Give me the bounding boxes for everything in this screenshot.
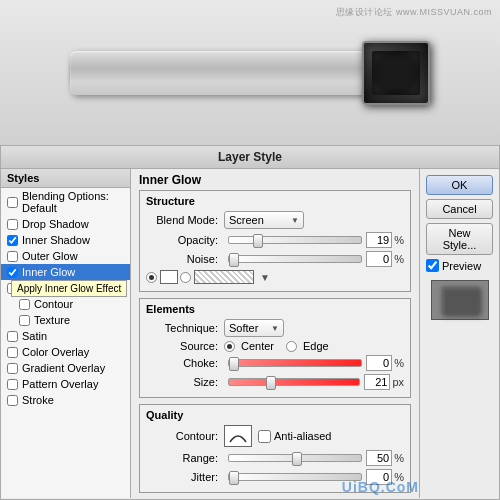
style-item-inner-glow[interactable]: Inner Glow Apply Inner Glow Effect — [1, 264, 130, 280]
anti-alias-checkbox[interactable] — [258, 430, 271, 443]
range-input[interactable] — [366, 450, 392, 466]
color-radio[interactable] — [146, 272, 157, 283]
preview-label: Preview — [442, 260, 481, 272]
opacity-label: Opacity: — [146, 234, 218, 246]
style-item-inner-shadow[interactable]: Inner Shadow — [1, 232, 130, 248]
inner-glow-title: Inner Glow — [139, 173, 411, 187]
contour-checkbox[interactable] — [19, 299, 30, 310]
source-center-label: Center — [241, 340, 274, 352]
range-unit: % — [394, 452, 404, 464]
noise-control: % — [224, 251, 404, 267]
watermark: 思缘设计论坛 www.MISSVUAN.com — [336, 6, 492, 19]
style-item-pattern-overlay[interactable]: Pattern Overlay — [1, 376, 130, 392]
pattern-overlay-label: Pattern Overlay — [22, 378, 98, 390]
style-item-gradient-overlay[interactable]: Gradient Overlay — [1, 360, 130, 376]
blend-mode-dropdown[interactable]: Screen ▼ — [224, 211, 304, 229]
cancel-button[interactable]: Cancel — [426, 199, 493, 219]
preview-checkbox[interactable] — [426, 259, 439, 272]
jitter-slider-thumb[interactable] — [229, 471, 239, 485]
style-item-blending[interactable]: Blending Options: Default — [1, 188, 130, 216]
noise-row: Noise: % — [146, 251, 404, 267]
gradient-swatch[interactable] — [194, 270, 254, 284]
style-item-outer-glow[interactable]: Outer Glow — [1, 248, 130, 264]
gradient-dropdown-arrow: ▼ — [260, 272, 270, 283]
style-item-texture[interactable]: Texture — [1, 312, 130, 328]
range-slider-thumb[interactable] — [292, 452, 302, 466]
source-edge-radio[interactable] — [286, 341, 297, 352]
inner-shadow-checkbox[interactable] — [7, 235, 18, 246]
noise-slider-thumb[interactable] — [229, 253, 239, 267]
source-edge-option[interactable]: Edge — [286, 340, 329, 352]
quality-contour-label: Contour: — [146, 430, 218, 442]
source-row: Source: Center Edge — [146, 340, 404, 352]
preview-inner — [441, 286, 479, 314]
opacity-unit: % — [394, 234, 404, 246]
style-item-color-overlay[interactable]: Color Overlay — [1, 344, 130, 360]
range-control: % — [224, 450, 404, 466]
gradient-overlay-checkbox[interactable] — [7, 363, 18, 374]
satin-label: Satin — [22, 330, 47, 342]
style-item-stroke[interactable]: Stroke — [1, 392, 130, 408]
size-label: Size: — [146, 376, 218, 388]
stroke-checkbox[interactable] — [7, 395, 18, 406]
noise-slider-track[interactable] — [228, 255, 362, 263]
styles-panel: Styles Blending Options: Default Drop Sh… — [1, 169, 131, 498]
choke-slider-track[interactable] — [228, 359, 362, 367]
size-slider-thumb[interactable] — [266, 376, 276, 390]
inner-glow-checkbox[interactable] — [7, 267, 18, 278]
size-slider-track[interactable] — [228, 378, 360, 386]
blending-checkbox[interactable] — [7, 197, 18, 208]
outer-glow-checkbox[interactable] — [7, 251, 18, 262]
choke-input[interactable] — [366, 355, 392, 371]
blend-mode-label: Blend Mode: — [146, 214, 218, 226]
opacity-slider-track[interactable] — [228, 236, 362, 244]
outer-glow-label: Outer Glow — [22, 250, 78, 262]
inner-glow-tooltip: Apply Inner Glow Effect — [11, 280, 127, 297]
color-overlay-checkbox[interactable] — [7, 347, 18, 358]
image-area: 思缘设计论坛 www.MISSVUAN.com — [0, 0, 500, 145]
pattern-overlay-checkbox[interactable] — [7, 379, 18, 390]
anti-alias-label: Anti-aliased — [274, 430, 331, 442]
elements-title: Elements — [146, 303, 404, 315]
tool-lens — [362, 41, 430, 105]
dialog-titlebar: Layer Style — [1, 146, 499, 169]
contour-preview[interactable] — [224, 425, 252, 447]
elements-section: Elements Technique: Softer ▼ Source: — [139, 298, 411, 398]
source-label: Source: — [146, 340, 218, 352]
choke-slider-thumb[interactable] — [229, 357, 239, 371]
button-panel: OK Cancel New Style... Preview — [419, 169, 499, 498]
satin-checkbox[interactable] — [7, 331, 18, 342]
source-center-option[interactable]: Center — [224, 340, 274, 352]
source-center-radio[interactable] — [224, 341, 235, 352]
color-overlay-label: Color Overlay — [22, 346, 89, 358]
technique-row: Technique: Softer ▼ — [146, 319, 404, 337]
tool-lens-inner — [372, 51, 420, 95]
opacity-input[interactable] — [366, 232, 392, 248]
inner-glow-panel: Inner Glow Structure Blend Mode: Screen … — [131, 169, 419, 498]
color-swatch-white[interactable] — [160, 270, 178, 284]
quality-title: Quality — [146, 409, 404, 421]
texture-checkbox[interactable] — [19, 315, 30, 326]
inner-glow-label: Inner Glow — [22, 266, 75, 278]
gradient-radio[interactable] — [180, 272, 191, 283]
noise-input[interactable] — [366, 251, 392, 267]
style-item-contour[interactable]: Contour — [1, 296, 130, 312]
technique-arrow: ▼ — [271, 324, 279, 333]
jitter-label: Jitter: — [146, 471, 218, 483]
style-item-drop-shadow[interactable]: Drop Shadow — [1, 216, 130, 232]
style-item-satin[interactable]: Satin — [1, 328, 130, 344]
size-input[interactable] — [364, 374, 390, 390]
gradient-arrow[interactable]: ▼ — [260, 270, 270, 284]
opacity-row: Opacity: % — [146, 232, 404, 248]
technique-value: Softer — [229, 322, 258, 334]
structure-section: Structure Blend Mode: Screen ▼ Opacity: — [139, 190, 411, 292]
choke-label: Choke: — [146, 357, 218, 369]
technique-dropdown[interactable]: Softer ▼ — [224, 319, 284, 337]
ok-button[interactable]: OK — [426, 175, 493, 195]
new-style-button[interactable]: New Style... — [426, 223, 493, 255]
bottom-watermark: UiBQ.CoM — [342, 479, 419, 495]
range-slider-track[interactable] — [228, 454, 362, 462]
drop-shadow-checkbox[interactable] — [7, 219, 18, 230]
opacity-slider-thumb[interactable] — [253, 234, 263, 248]
blend-mode-arrow: ▼ — [291, 216, 299, 225]
